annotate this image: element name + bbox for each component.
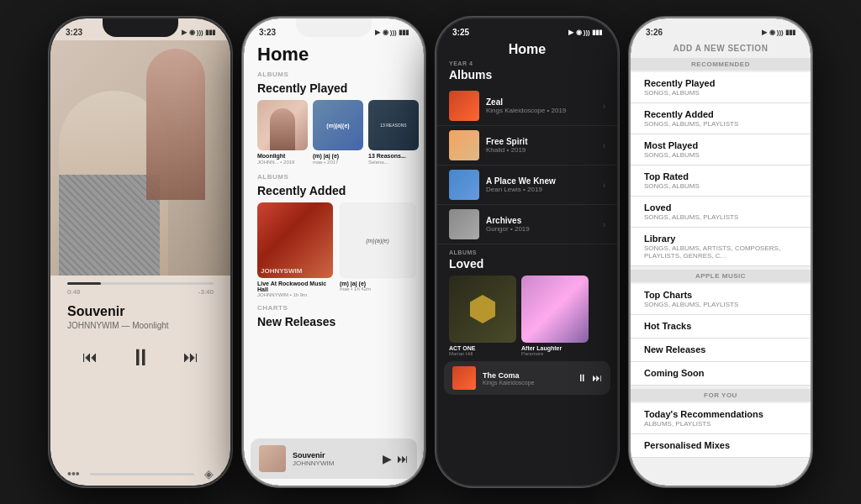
chevron-free: › xyxy=(603,141,605,150)
add-title-new-releases: New Releases xyxy=(644,344,797,354)
add-item-new-releases[interactable]: New Releases xyxy=(631,339,811,362)
progress-section[interactable]: 0:48 -3:40 xyxy=(50,276,230,299)
chevron-knew: › xyxy=(603,181,605,190)
add-sub-recently-added: SONGS, ALBUMS, PLAYLISTS xyxy=(644,120,797,128)
airplay-icon[interactable]: ◈ xyxy=(204,467,214,480)
mini-next-icon[interactable]: ⏭ xyxy=(397,452,409,465)
add-item-coming-soon[interactable]: Coming Soon xyxy=(631,362,811,386)
dark-mini-pause-icon[interactable]: ⏸ xyxy=(577,372,587,384)
item-sub-free: Khalid • 2019 xyxy=(486,146,596,154)
big-album-js[interactable]: JOHNYSWIM Live At Rockwood Music Hall JO… xyxy=(257,202,333,297)
recently-added-label: ALBUMS xyxy=(244,173,424,184)
figure-shirt xyxy=(59,175,160,276)
add-item-library[interactable]: Library SONGS, ALBUMS, ARTISTS, COMPOSER… xyxy=(631,228,811,266)
loved-albums-title: Loved xyxy=(437,257,617,276)
phone-2: 3:23 ▶ ◉ ))) ▮▮▮ Home ALBUMS Recently Pl… xyxy=(242,17,425,487)
hex-shape xyxy=(470,295,495,323)
album-13r[interactable]: 13 REASONS 13 Reasons... Selena... xyxy=(368,100,419,165)
add-title-todays-recs: Today's Recommendations xyxy=(644,409,797,419)
dark-mini-controls: ⏸ ⏭ xyxy=(577,372,602,384)
home-title-2: Home xyxy=(244,40,424,71)
dark-mini-thumb xyxy=(452,366,476,390)
thumb-zeal xyxy=(449,91,479,121)
list-item-zeal[interactable]: Zeal Kings Kaleidoscope • 2019 › xyxy=(437,87,617,126)
loved-card-paramore[interactable]: After Laughter Paramore xyxy=(521,276,589,356)
dark-mini-player[interactable]: The Coma Kings Kaleidoscope ⏸ ⏭ xyxy=(444,361,610,395)
list-item-arch[interactable]: Archives Gungor • 2019 › xyxy=(437,205,617,244)
item-title-zeal: Zeal xyxy=(486,97,596,107)
recently-added-title: Recently Added xyxy=(244,184,424,202)
recently-played-label: ALBUMS xyxy=(244,71,424,81)
add-title-coming-soon: Coming Soon xyxy=(644,368,797,378)
phone-3: 3:25 ▶ ◉ ))) ▮▮▮ Home YEAR 4 Albums Zeal… xyxy=(436,17,619,487)
add-item-recently-played[interactable]: Recently Played SONGS, ALBUMS xyxy=(631,72,811,103)
screen-4: 3:26 ▶ ◉ ))) ▮▮▮ ADD A NEW SECTION RECOM… xyxy=(631,18,811,486)
track-subtitle: JOHNNYWIM — Moonlight xyxy=(67,321,214,330)
status-icons-1: ▶ ◉ ))) ▮▮▮ xyxy=(182,29,215,36)
add-item-top-rated[interactable]: Top Rated SONGS, ALBUMS xyxy=(631,165,811,197)
big-album-mae[interactable]: (m)(a)(e) (m) |a| (e) mae • 1h 42m xyxy=(340,202,415,297)
js-text: JOHNYSWIM xyxy=(261,267,302,275)
add-item-recently-added[interactable]: Recently Added SONGS, ALBUMS, PLAYLISTS xyxy=(631,103,811,134)
mini-artist-2: JOHNNYWIM xyxy=(293,459,376,467)
thumb-arch xyxy=(449,209,479,239)
apple-music-badge: APPLE MUSIC xyxy=(631,270,811,282)
phone-4: 3:26 ▶ ◉ ))) ▮▮▮ ADD A NEW SECTION RECOM… xyxy=(629,17,812,487)
track-info: Souvenir JOHNNYWIM — Moonlight xyxy=(50,299,230,335)
loved-thumb-actone xyxy=(449,276,516,343)
item-info-knew: A Place We Knew Dean Lewis • 2019 xyxy=(486,176,596,193)
mini-play-icon[interactable]: ▶ xyxy=(383,452,392,465)
next-button[interactable]: ⏭ xyxy=(183,349,198,366)
add-title-most-played: Most Played xyxy=(644,140,797,150)
recently-added-row: JOHNYSWIM Live At Rockwood Music Hall JO… xyxy=(244,202,424,304)
progress-bar[interactable] xyxy=(67,282,214,285)
item-info-free: Free Spirit Khalid • 2019 xyxy=(486,137,596,154)
volume-slider[interactable] xyxy=(90,473,194,475)
add-title-hot-tracks: Hot Tracks xyxy=(644,321,797,331)
notch-3 xyxy=(489,18,565,37)
status-icons-4: ▶ ◉ ))) ▮▮▮ xyxy=(762,29,795,36)
notch-1 xyxy=(103,18,178,37)
track-title: Souvenir xyxy=(67,304,214,319)
bottom-bar-1: ••• ◈ xyxy=(50,462,230,486)
album-thumb-13r: 13 REASONS xyxy=(368,100,419,150)
add-item-most-played[interactable]: Most Played SONGS, ALBUMS xyxy=(631,134,811,165)
add-item-hot-tracks[interactable]: Hot Tracks xyxy=(631,315,811,339)
mini-controls-2: ▶ ⏭ xyxy=(383,452,409,465)
add-item-top-charts[interactable]: Top Charts SONGS, ALBUMS, PLAYLISTS xyxy=(631,284,811,315)
recently-played-row: Moonlight JOHNN... • 2019 (m)|a|(e) (m) … xyxy=(244,100,424,173)
mini-player-2[interactable]: Souvenir JOHNNYWIM ▶ ⏭ xyxy=(251,438,417,479)
recommended-badge: RECOMMENDED xyxy=(631,58,811,71)
screen-2: 3:23 ▶ ◉ ))) ▮▮▮ Home ALBUMS Recently Pl… xyxy=(244,18,424,486)
add-title-recently-played: Recently Played xyxy=(644,78,797,88)
item-sub-zeal: Kings Kaleidoscope • 2019 xyxy=(486,107,596,114)
add-item-todays-recs[interactable]: Today's Recommendations ALBUMS, PLAYLIST… xyxy=(631,403,811,434)
album-name-mae: (m) |a| (e) xyxy=(313,153,363,160)
add-item-personalised-mixes[interactable]: Personalised Mixes xyxy=(631,434,811,458)
item-title-knew: A Place We Knew xyxy=(486,176,596,186)
loved-card-actone[interactable]: ACT ONE Marian Hill xyxy=(449,276,516,356)
album-art xyxy=(50,40,230,276)
dark-mini-next-icon[interactable]: ⏭ xyxy=(592,372,602,384)
add-sub-top-rated: SONGS, ALBUMS xyxy=(644,182,797,190)
prev-button[interactable]: ⏮ xyxy=(82,349,98,366)
play-pause-button[interactable]: ⏸ xyxy=(129,344,152,371)
loved-artist-actone: Marian Hill xyxy=(449,351,516,356)
album-moonlight[interactable]: Moonlight JOHNN... • 2019 xyxy=(257,100,308,165)
add-sub-recently-played: SONGS, ALBUMS xyxy=(644,89,797,97)
list-item-knew[interactable]: A Place We Knew Dean Lewis • 2019 › xyxy=(437,165,617,205)
for-you-badge: FOR YOU xyxy=(631,389,811,402)
album-thumb-mae: (m)|a|(e) xyxy=(313,100,363,150)
item-sub-knew: Dean Lewis • 2019 xyxy=(486,186,596,193)
dark-mini-sub: Kings Kaleidoscope xyxy=(483,380,570,386)
time-current: 0:48 xyxy=(67,288,81,296)
add-title-top-rated: Top Rated xyxy=(644,171,797,181)
album-mae[interactable]: (m)|a|(e) (m) |a| (e) mae • 2017 xyxy=(313,100,363,165)
dark-mini-info: The Coma Kings Kaleidoscope xyxy=(483,371,570,386)
dark-mini-title: The Coma xyxy=(483,371,570,380)
notch-4 xyxy=(683,18,758,37)
list-item-free[interactable]: Free Spirit Khalid • 2019 › xyxy=(437,126,617,165)
add-item-loved[interactable]: Loved SONGS, ALBUMS, PLAYLISTS xyxy=(631,197,811,228)
more-icon[interactable]: ••• xyxy=(67,467,80,480)
new-releases-title: New Releases xyxy=(244,315,424,333)
